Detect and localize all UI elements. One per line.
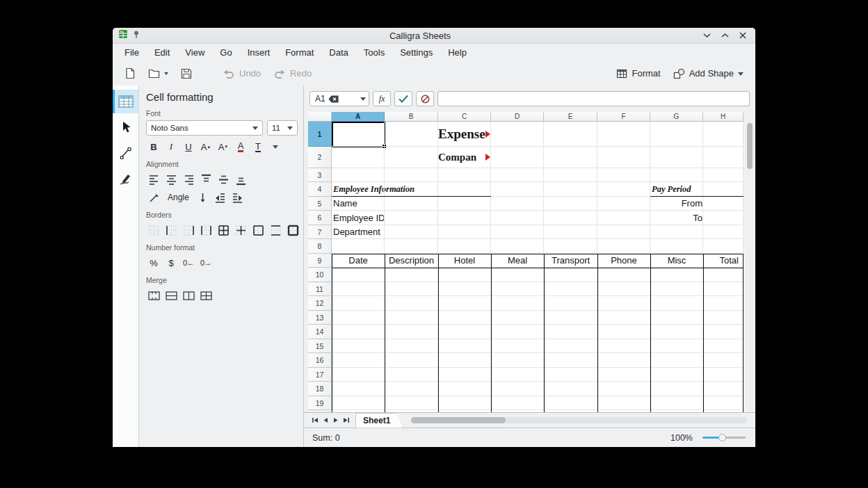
zoom-slider-handle[interactable] — [718, 434, 726, 441]
previous-sheet-button[interactable] — [320, 415, 330, 426]
selection-tool-button[interactable] — [113, 115, 138, 139]
cell-A6[interactable]: Employee ID — [333, 211, 385, 225]
row-header-9[interactable]: 9 — [308, 254, 332, 268]
row-header-18[interactable]: 18 — [308, 382, 332, 396]
vertical-scrollbar-thumb[interactable] — [747, 123, 753, 169]
save-button[interactable] — [176, 65, 197, 83]
minimize-button[interactable] — [700, 29, 714, 42]
indent-increase-icon[interactable] — [230, 190, 246, 204]
cell-G9[interactable]: Misc — [650, 254, 703, 268]
menu-file[interactable]: File — [117, 45, 147, 60]
add-shape-button[interactable]: Add Shape — [668, 65, 748, 83]
pin-icon[interactable] — [132, 29, 140, 42]
pen-tool-button[interactable] — [113, 167, 138, 190]
cancel-button[interactable] — [416, 91, 434, 106]
cell-reference-box[interactable]: A1 — [310, 91, 369, 106]
border-inner-icon[interactable] — [233, 223, 248, 237]
cell-F9[interactable]: Phone — [597, 254, 650, 268]
titlebar[interactable]: Calligra Sheets — [113, 28, 755, 44]
cell-A9[interactable]: Date — [332, 254, 385, 268]
accept-button[interactable] — [394, 91, 412, 106]
row-header-1[interactable]: 1 — [308, 122, 332, 147]
split-cells-icon[interactable] — [198, 288, 214, 302]
border-outer-thick-icon[interactable] — [285, 223, 300, 237]
border-right-icon[interactable] — [181, 223, 196, 237]
row-header-11[interactable]: 11 — [308, 282, 332, 296]
next-sheet-button[interactable] — [330, 415, 341, 426]
sheet-cells-area[interactable]: Expense Compan Employee Information Pay … — [332, 122, 744, 412]
cell-A5[interactable]: Name — [333, 197, 357, 211]
row-header-3[interactable]: 3 — [308, 168, 332, 182]
sheet-tab[interactable]: Sheet1 — [355, 413, 403, 428]
align-middle-icon[interactable] — [216, 172, 231, 186]
row-header-14[interactable]: 14 — [308, 325, 332, 339]
border-left-icon[interactable] — [163, 223, 179, 237]
row-header-17[interactable]: 17 — [308, 368, 332, 382]
format-button[interactable]: Format — [611, 65, 665, 83]
cell-A4[interactable]: Employee Information — [333, 182, 415, 197]
select-all-corner[interactable] — [308, 112, 332, 122]
italic-icon[interactable]: I — [163, 140, 179, 154]
font-color-icon[interactable]: A — [233, 140, 248, 154]
row-header-5[interactable]: 5 — [308, 197, 332, 211]
row-header-15[interactable]: 15 — [308, 339, 332, 353]
align-top-icon[interactable] — [198, 172, 214, 186]
menu-tools[interactable]: Tools — [356, 45, 392, 60]
increase-precision-icon[interactable]: 0→ — [198, 256, 214, 270]
merge-cells-icon[interactable] — [146, 288, 161, 302]
row-header-2[interactable]: 2 — [308, 147, 332, 168]
border-none-icon[interactable] — [146, 223, 161, 237]
align-right-icon[interactable] — [181, 172, 196, 186]
cell-D9[interactable]: Meal — [491, 254, 544, 268]
cell-C9[interactable]: Hotel — [438, 254, 491, 268]
column-header-H[interactable]: H — [703, 112, 744, 122]
first-sheet-button[interactable] — [310, 415, 320, 426]
menu-edit[interactable]: Edit — [147, 45, 177, 60]
row-header-4[interactable]: 4 — [308, 182, 332, 197]
border-all-icon[interactable] — [216, 223, 231, 237]
font-family-select[interactable]: Noto Sans — [146, 120, 263, 136]
row-header-16[interactable]: 16 — [308, 353, 332, 368]
column-header-B[interactable]: B — [385, 112, 438, 122]
bold-icon[interactable]: B — [146, 140, 161, 154]
menu-help[interactable]: Help — [440, 45, 474, 60]
row-header-19[interactable]: 19 — [308, 396, 332, 410]
vertical-scrollbar[interactable] — [746, 122, 754, 412]
column-header-A[interactable]: A — [332, 112, 385, 122]
merge-vertically-icon[interactable] — [181, 288, 196, 302]
cell-G6[interactable]: To — [650, 211, 702, 225]
undo-button[interactable]: Undo — [218, 65, 266, 83]
align-center-icon[interactable] — [163, 172, 179, 186]
column-header-F[interactable]: F — [597, 112, 650, 122]
close-button[interactable] — [736, 29, 750, 42]
row-header-6[interactable]: 6 — [308, 211, 332, 225]
underline-icon[interactable]: U — [181, 140, 196, 154]
cell-H9[interactable]: Total — [703, 254, 743, 268]
indent-decrease-icon[interactable] — [213, 190, 228, 204]
cell-B9[interactable]: Description — [385, 254, 438, 268]
chevron-down-icon[interactable] — [268, 140, 283, 154]
cell-E9[interactable]: Transport — [544, 254, 597, 268]
horizontal-scrollbar[interactable] — [411, 417, 747, 423]
redo-button[interactable]: Redo — [268, 65, 316, 83]
menu-settings[interactable]: Settings — [392, 45, 440, 60]
border-left-right-icon[interactable] — [198, 223, 214, 237]
vertical-text-icon[interactable] — [195, 190, 211, 204]
open-document-button[interactable] — [143, 65, 173, 83]
menu-insert[interactable]: Insert — [240, 45, 278, 60]
font-size-select[interactable]: 11 — [267, 120, 298, 136]
line-tool-button[interactable] — [113, 141, 138, 165]
row-header-12[interactable]: 12 — [308, 296, 332, 311]
row-header-8[interactable]: 8 — [308, 239, 332, 254]
menu-go[interactable]: Go — [212, 45, 239, 60]
horizontal-scrollbar-thumb[interactable] — [411, 417, 506, 423]
zoom-slider[interactable] — [702, 437, 746, 439]
cell-C2[interactable]: Compan — [438, 147, 490, 168]
merge-horizontally-icon[interactable] — [163, 288, 179, 302]
cell-G4[interactable]: Pay Period — [652, 182, 691, 197]
row-header-13[interactable]: 13 — [308, 311, 332, 325]
last-sheet-button[interactable] — [341, 415, 351, 426]
percent-format-icon[interactable]: % — [146, 256, 161, 270]
increase-font-size-icon[interactable]: A▲ — [198, 140, 214, 154]
decrease-precision-icon[interactable]: 0← — [181, 256, 196, 270]
